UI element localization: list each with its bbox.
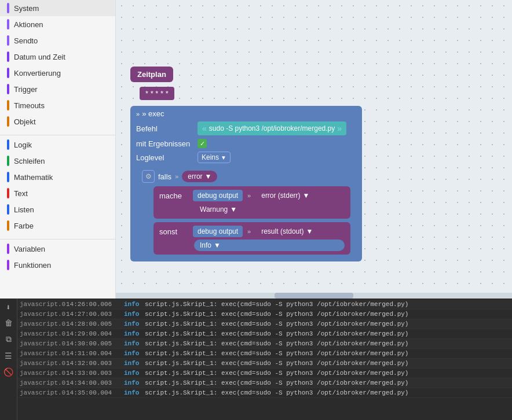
sidebar-item-listen[interactable]: Listen xyxy=(0,201,115,218)
warnung-label: Warnung xyxy=(200,205,228,213)
color-bar xyxy=(7,19,9,30)
sidebar-item-datum[interactable]: Datum und Zeit xyxy=(0,49,115,65)
canvas[interactable]: Zeitplan * * * * * » » exec Befehl xyxy=(116,0,512,299)
log-level: info xyxy=(124,340,145,347)
warnung-block[interactable]: Warnung ▼ xyxy=(194,204,345,215)
sidebar-label-datum: Datum und Zeit xyxy=(14,53,65,61)
command-text: sudo -S python3 /opt/iobroker/merged.py xyxy=(209,124,335,132)
log-time: 14:34:00.003 xyxy=(66,380,124,386)
color-bar xyxy=(7,84,9,94)
quote-open: « xyxy=(202,124,207,133)
error-dropdown-arrow-icon: ▼ xyxy=(205,172,212,180)
log-time: 14:30:00.005 xyxy=(66,340,124,347)
log-time: 14:32:00.003 xyxy=(66,360,124,367)
stderr-dropdown[interactable]: error (stderr) ▼ xyxy=(255,190,315,201)
sidebar-group-1: System Aktionen Sendto Datum und Zeit Ko… xyxy=(0,0,115,130)
log-level: info xyxy=(124,380,145,386)
checkbox-mit-ergebnissen[interactable]: ✓ xyxy=(198,139,207,148)
copy-icon[interactable]: ⧉ xyxy=(2,333,15,346)
log-msg: script.js.Skript_1: exec(cmd=sudo -S pyt… xyxy=(145,320,408,327)
color-bar xyxy=(7,260,9,270)
color-bar xyxy=(7,156,9,166)
log-row: javascript.0 14:31:00.004 info script.js… xyxy=(17,349,512,359)
befehl-row: Befehl « sudo -S python3 /opt/iobroker/m… xyxy=(136,121,356,135)
sidebar-item-text[interactable]: Text xyxy=(0,185,115,201)
loglevel-dropdown[interactable]: Keins ▼ xyxy=(198,152,231,163)
sidebar-item-timeouts[interactable]: Timeouts xyxy=(0,97,115,113)
color-bar xyxy=(7,220,9,231)
log-level: info xyxy=(124,370,145,377)
debug-output-block[interactable]: debug output xyxy=(193,190,243,201)
sidebar-item-logik[interactable]: Logik xyxy=(0,137,115,153)
sonst-arrow-icon: » xyxy=(247,228,251,235)
sidebar-label-listen: Listen xyxy=(14,205,34,214)
settings-icon[interactable]: ⚙ xyxy=(142,170,155,183)
horizontal-scrollbar[interactable] xyxy=(116,293,512,299)
error-dropdown[interactable]: error ▼ xyxy=(182,171,217,182)
sidebar-item-mathematik[interactable]: Mathematik xyxy=(0,169,115,185)
log-time: 14:33:00.003 xyxy=(66,370,124,377)
delete-icon[interactable]: 🗑 xyxy=(2,317,15,330)
mache-label: mache xyxy=(159,191,188,200)
color-bar xyxy=(7,116,9,127)
sidebar-item-schleifen[interactable]: Schleifen xyxy=(0,153,115,169)
sidebar-item-aktionen[interactable]: Aktionen xyxy=(0,16,115,32)
download-icon[interactable]: ⬇ xyxy=(2,301,15,314)
scrollbar-thumb[interactable] xyxy=(275,293,354,299)
sidebar-item-farbe[interactable]: Farbe xyxy=(0,218,115,234)
sidebar-label-objekt: Objekt xyxy=(14,117,36,126)
info-dropdown-arrow-icon: ▼ xyxy=(214,241,221,249)
sidebar-item-funktionen[interactable]: Funktionen xyxy=(0,257,115,273)
color-bar xyxy=(7,100,9,110)
log-level: info xyxy=(124,301,145,308)
warnung-dropdown-arrow-icon: ▼ xyxy=(230,205,237,213)
sidebar-label-konvertierung: Konvertierung xyxy=(14,69,61,78)
list-icon[interactable]: ☰ xyxy=(2,349,15,362)
sidebar-label-sendto: Sendto xyxy=(14,36,38,45)
loglevel-row: Loglevel Keins ▼ xyxy=(136,152,356,163)
sidebar-label-text: Text xyxy=(14,189,28,198)
sidebar-item-variablen[interactable]: Variablen xyxy=(0,241,115,257)
log-row: javascript.0 14:32:00.003 info script.js… xyxy=(17,359,512,369)
log-msg: script.js.Skript_1: exec(cmd=sudo -S pyt… xyxy=(145,330,408,337)
mache-arrow-icon: » xyxy=(247,192,251,199)
sidebar-item-konvertierung[interactable]: Konvertierung xyxy=(0,65,115,81)
stdout-dropdown-arrow-icon: ▼ xyxy=(306,227,313,235)
sidebar-item-sendto[interactable]: Sendto xyxy=(0,32,115,49)
log-time: 14:35:00.004 xyxy=(66,389,124,396)
password-block[interactable]: * * * * * xyxy=(140,87,174,100)
block-group: Zeitplan * * * * * » » exec Befehl xyxy=(130,67,362,261)
sonst-container: sonst debug output » result (stdout) ▼ xyxy=(153,222,350,255)
sidebar-item-trigger[interactable]: Trigger xyxy=(0,81,115,97)
log-area: ⬇ 🗑 ⧉ ☰ 🚫 javascript.0 14:26:00.006 info… xyxy=(0,299,512,420)
log-src: javascript.0 xyxy=(20,360,66,367)
falls-label: falls xyxy=(158,172,171,181)
log-row: javascript.0 14:35:00.004 info script.js… xyxy=(17,388,512,398)
log-time: 14:31:00.004 xyxy=(66,350,124,357)
sidebar-label-aktionen: Aktionen xyxy=(14,20,43,29)
log-msg: script.js.Skript_1: exec(cmd=sudo -S pyt… xyxy=(145,360,408,367)
sidebar-label-trigger: Trigger xyxy=(14,85,38,94)
log-src: javascript.0 xyxy=(20,380,66,386)
info-block[interactable]: Info ▼ xyxy=(194,240,345,251)
sidebar-label-timeouts: Timeouts xyxy=(14,101,45,110)
debug-output2-block[interactable]: debug output xyxy=(193,226,243,237)
log-content[interactable]: javascript.0 14:26:00.006 info script.js… xyxy=(17,299,512,420)
sidebar-label-schleifen: Schleifen xyxy=(14,157,45,165)
stdout-dropdown[interactable]: result (stdout) ▼ xyxy=(255,226,319,237)
color-bar xyxy=(7,188,9,198)
sidebar-item-objekt[interactable]: Objekt xyxy=(0,113,115,130)
debug-output2-label: debug output xyxy=(198,227,238,235)
stderr-dropdown-arrow-icon: ▼ xyxy=(303,191,310,200)
color-bar xyxy=(7,172,9,182)
sidebar-item-system[interactable]: System xyxy=(0,0,115,16)
falls-container: ⚙ falls » error ▼ mache debug xyxy=(136,167,356,258)
sonst-label: sonst xyxy=(159,227,188,236)
befehl-label: Befehl xyxy=(136,124,194,133)
mit-ergebnissen-label: mit Ergebnissen xyxy=(136,139,194,148)
zeitplan-block[interactable]: Zeitplan xyxy=(130,67,173,82)
log-level: info xyxy=(124,320,145,327)
log-level: info xyxy=(124,330,145,337)
color-bar xyxy=(7,68,9,78)
hide-icon[interactable]: 🚫 xyxy=(2,366,15,378)
